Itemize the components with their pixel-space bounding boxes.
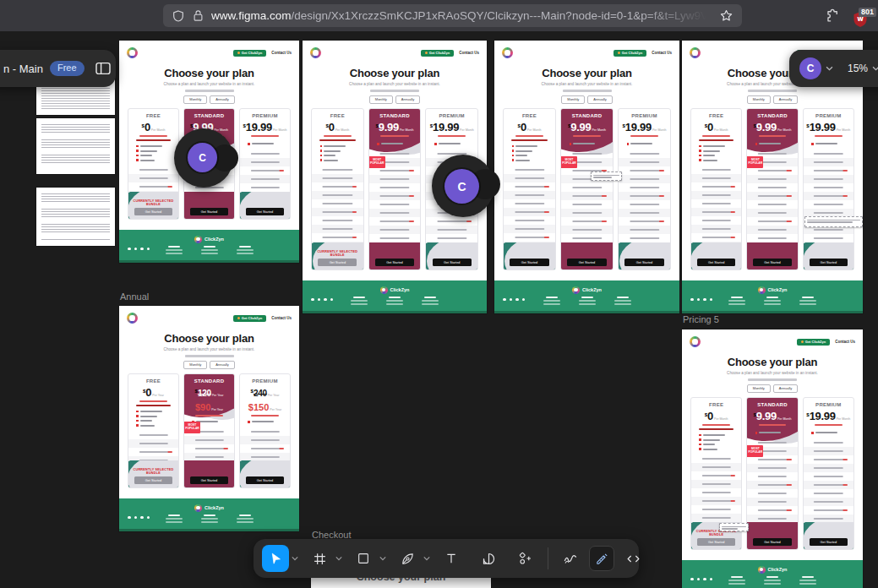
get-started-button: Get Started [246,476,284,484]
contact-us-link: Contact Us [271,51,292,55]
footer-brand-row: ClickZyn [758,286,788,294]
annotation-note[interactable] [591,172,622,181]
plan-head-content: STANDARD$9.99 Per Month [561,113,613,138]
feature-row [691,216,741,225]
most-popular-badge: MOST POPULAR [369,156,385,168]
frame-label-annual[interactable]: Annual [120,292,149,302]
plan-badge[interactable]: Free [50,61,85,76]
actions-button[interactable] [512,545,539,572]
file-title[interactable]: n - Main [3,63,43,75]
pen-tool-button[interactable] [394,545,421,572]
billing-toggle: MonthlyAnnually [303,95,487,104]
plan-price: $19.99 Per Month [426,120,477,133]
figma-canvas[interactable]: Annual Pricing 5 Checkout Get ClickZynCo… [0,31,878,588]
get-started-button: Get Started [753,259,791,266]
plan-price: $19.99 Per Month [804,120,853,133]
move-tool-chevron[interactable] [289,556,301,561]
dev-mode-button[interactable] [589,546,614,571]
canvas-document-thumbnail-2[interactable] [36,118,115,174]
feature-row [747,514,797,522]
shape-tool-chevron[interactable] [377,556,389,561]
canvas-frame-pricing-monthly-3[interactable]: Get ClickZynContact UsChoose your planCh… [494,41,679,313]
price-period: Per Month [335,128,350,132]
plan-card-footer: Get Started [369,242,421,270]
lock-icon[interactable] [193,9,204,22]
design-page-header: Get ClickZynContact Us [690,335,855,348]
pen-tool-chevron[interactable] [421,556,433,561]
plan-name: FREE [128,113,178,118]
feature-row [747,481,797,489]
brand-logo-icon [310,47,321,58]
promo-text-placeholder [815,424,843,426]
adblock-shield-icon[interactable]: 801 w [853,4,871,28]
plan-card-footer: Get Started [184,192,234,219]
promo-text-placeholder [699,139,734,141]
plan-card-head: STANDARD$120 Per Year$90 Per Year [184,374,234,417]
feature-row [691,488,741,497]
price-period: Per Month [150,128,166,132]
draw-tool-button[interactable] [557,545,584,572]
most-popular-badge: MOST POPULAR [561,156,577,168]
annotation-note[interactable] [719,523,749,531]
plan-card-footer: Get Started [426,242,477,270]
feature-row [691,455,741,463]
shape-tool-button[interactable] [350,545,377,572]
feature-row [369,183,421,192]
bookmark-star-icon[interactable] [719,8,733,23]
comment-tool-button[interactable] [475,545,502,572]
plan-name: STANDARD [184,378,234,384]
frame-tool-button[interactable] [306,545,333,572]
url-bar[interactable]: www.figma.com/design/Xx1XrczzSmKCJP1xRAo… [163,4,742,27]
avatar-chevron-down-icon[interactable] [826,66,833,71]
feature-row [240,444,290,453]
get-clickzyn-button: Get ClickZyn [421,50,454,57]
feature-row [312,199,363,208]
get-started-button: Get Started [810,538,848,546]
price-period: Per Year [210,408,223,411]
plan-card-footer: Get Started [804,522,853,549]
feature-bullets [512,144,555,162]
canvas-frame-pricing-annual[interactable]: Get ClickZynContact UsChoose your planCh… [119,306,299,531]
code-button[interactable] [619,545,646,572]
zoom-level[interactable]: 15% [848,63,868,74]
user-avatar[interactable]: C [799,57,821,79]
feature-row [128,431,178,439]
toggle-sidebar-icon[interactable] [95,62,112,75]
feature-row [804,481,853,489]
plan-card-free: FREE$0 Per MonthCURRENTLY SELECTED BUNDL… [311,108,364,270]
move-tool-button[interactable] [262,545,289,572]
pen-tool-icon [401,552,415,566]
canvas-frame-pricing-5[interactable]: Get ClickZynContact UsChoose your planCh… [682,329,863,588]
annotation-note[interactable] [804,216,863,227]
shield-icon[interactable] [172,9,185,23]
frame-label-pricing5[interactable]: Pricing 5 [683,315,719,324]
feature-bullet [699,158,741,163]
zoom-chevron-down-icon[interactable] [872,66,878,71]
url-text[interactable]: www.figma.com/design/Xx1XrczzSmKCJP1xRAo… [211,9,712,22]
plan-card-head: PREMIUM$19.99 Per Month [804,109,853,139]
feature-bullets [699,433,741,451]
canvas-document-thumbnail-3[interactable] [36,188,115,246]
brand-logo-icon [380,286,388,294]
plan-name: STANDARD [747,113,797,118]
billing-toggle-option: Monthly [747,95,771,104]
feature-row [747,166,797,175]
footer-social-icons [311,298,333,302]
feature-row [804,166,853,175]
brand-logo-icon [758,286,766,294]
feature-row [804,438,853,447]
frame-tool-chevron[interactable] [333,556,345,561]
text-tool-button[interactable] [438,545,465,572]
get-clickzyn-button: Get ClickZyn [233,50,266,57]
extension-icon[interactable] [825,8,841,24]
plan-name: STANDARD [369,113,421,118]
price-period: Per Month [272,128,287,132]
promo-text-placeholder [815,135,843,137]
feature-row [619,217,670,226]
plan-card-footer: Get Started [691,242,741,270]
plan-head-content: FREE$0 Per Month [691,113,741,142]
feature-bullet [512,158,555,163]
feature-row [619,192,670,200]
promo-text-placeholder [759,135,787,137]
price-period: Per Month [591,128,606,132]
